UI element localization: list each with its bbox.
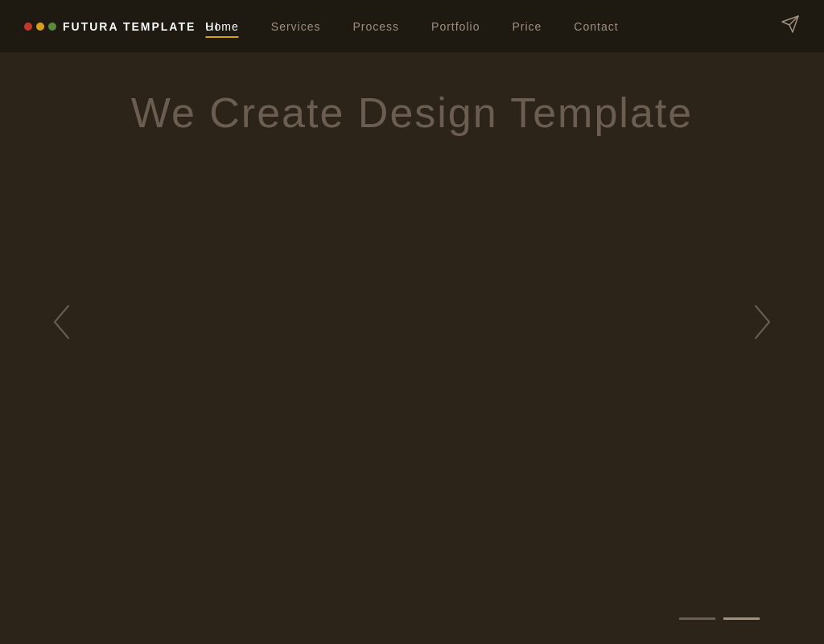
carousel-prev-button[interactable] [40,302,80,342]
dot-green [48,23,56,31]
nav-item-price[interactable]: Price [512,19,542,34]
nav-item-process[interactable]: Process [352,19,399,34]
carousel-indicator-1[interactable] [679,617,715,620]
nav-link-portfolio[interactable]: Portfolio [431,20,480,33]
dot-red [24,23,32,31]
nav-link-home[interactable]: Home [205,20,238,38]
logo-text: FUTURA TEMPLATE UI [63,20,220,33]
carousel-indicator-2[interactable] [723,617,760,620]
nav-links: Home Services Process Portfolio Price Co… [205,19,618,34]
nav-link-services[interactable]: Services [271,20,321,33]
nav-link-price[interactable]: Price [512,20,542,33]
nav-link-contact[interactable]: Contact [574,20,618,33]
send-icon[interactable] [781,14,800,38]
nav-link-process[interactable]: Process [352,20,399,33]
hero-title: We Create Design Template [131,89,693,137]
hero-section: We Create Design Template [0,0,824,644]
brand-name: FUTURA TEMPLATE [63,20,196,33]
nav-item-contact[interactable]: Contact [574,19,618,34]
dot-yellow [36,23,44,31]
navbar: FUTURA TEMPLATE UI Home Services Process… [0,0,824,52]
carousel-next-button[interactable] [744,302,784,342]
logo-area: FUTURA TEMPLATE UI [24,20,220,33]
logo-dots [24,23,56,31]
nav-item-home[interactable]: Home [205,19,238,34]
nav-item-services[interactable]: Services [271,19,321,34]
nav-item-portfolio[interactable]: Portfolio [431,19,480,34]
carousel-indicators [679,617,760,620]
